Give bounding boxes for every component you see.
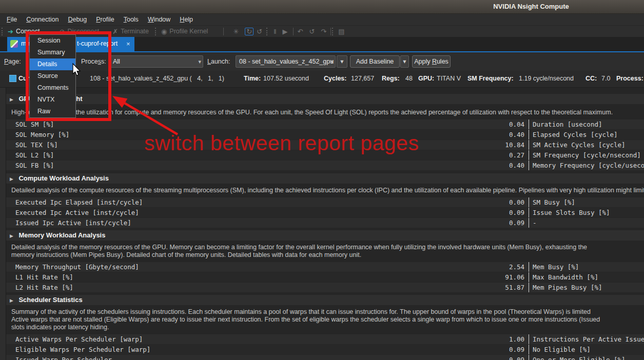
- profile-kernel-icon: ◉: [161, 28, 167, 35]
- metrics-table: SOL SM [%] 0.04 Duration [usecond] SOL M…: [6, 119, 644, 171]
- chevron-down-icon: ▾: [340, 58, 343, 65]
- menu-profile[interactable]: Profile: [91, 15, 119, 24]
- section-header-compute-workload[interactable]: ▶ Compute Workload Analysis: [6, 173, 644, 184]
- page-dropdown-menu: Session Summary Details Source Comments …: [29, 34, 76, 118]
- report-controls: Page: Process: All ▾ Launch: 08 - set_ha…: [0, 52, 644, 71]
- expand-triangle-icon: ▶: [10, 97, 13, 102]
- table-row: L1 Hit Rate [%] 91.06 Max Bandwidth [%]: [6, 272, 644, 282]
- section-description: Detailed analysis of the compute resourc…: [11, 187, 644, 194]
- add-baseline-dropdown-button[interactable]: ▾: [400, 55, 409, 68]
- chevron-down-icon: ▾: [403, 58, 406, 65]
- disconnect-icon: ⊘: [59, 28, 65, 35]
- menu-item-nvtx[interactable]: NVTX: [30, 94, 75, 106]
- toolbar-separator: [223, 28, 224, 35]
- launch-dropdown-button[interactable]: ▾: [337, 55, 347, 68]
- toolbar-separator: [330, 28, 331, 35]
- table-row: L2 Hit Rate [%] 51.87 Mem Pipes Busy [%]: [6, 283, 644, 292]
- pause-icon[interactable]: ‖: [274, 28, 276, 35]
- section-description: Summary of the activity of the scheduler…: [11, 308, 644, 316]
- regs-value: 48: [405, 75, 413, 82]
- terminate-button[interactable]: ✗ Terminate: [112, 28, 149, 35]
- regs-label: Regs:: [382, 75, 400, 82]
- metrics-table: Executed Ipc Elapsed [inst/cycle] 0.00 S…: [6, 197, 644, 228]
- section-header-gpu-speed-of-light[interactable]: ▶ GPU Speed Of Light: [6, 94, 644, 104]
- chevron-down-icon: ▾: [330, 56, 334, 67]
- table-row: SOL TEX [%] 10.84 SM Active Cycles [cycl…: [6, 140, 644, 150]
- table-row: SOL FB [%] 0.40 Memory Frequency [cycle/…: [6, 161, 644, 170]
- menu-help[interactable]: Help: [175, 15, 198, 24]
- table-row: Executed Ipc Elapsed [inst/cycle] 0.00 S…: [6, 197, 644, 207]
- current-kernel-checkbox[interactable]: [9, 75, 16, 82]
- step-icon[interactable]: ▶: [283, 28, 288, 35]
- kernel-name: 108 - set_halo_values_z_452_gpu ( 4, 1, …: [90, 75, 224, 82]
- launch-combo[interactable]: 08 - set_halo_values_z_452_gpu ▾: [236, 55, 336, 68]
- disconnect-button[interactable]: ⊘ Disconnect: [59, 28, 99, 35]
- window-title: NVIDIA Nsight Compute: [493, 3, 569, 10]
- drag-handle-icon[interactable]: [332, 28, 334, 35]
- step-back-icon[interactable]: ↶: [298, 28, 303, 35]
- menu-item-session[interactable]: Session: [30, 35, 75, 47]
- drag-handle-icon[interactable]: [2, 28, 4, 35]
- app-window: NVIDIA Nsight Compute File Connection De…: [0, 0, 644, 360]
- table-row: Active Warps Per Scheduler [warp] 1.00 I…: [6, 334, 644, 344]
- chevron-down-icon: ▾: [198, 56, 201, 67]
- sections-icon[interactable]: ▤: [338, 28, 344, 35]
- time-value: 107.52 usecond: [263, 75, 309, 82]
- metrics-table: Memory Throughput [Gbyte/second] 2.54 Me…: [6, 262, 644, 293]
- tab-label-right: t-cuprof-report: [77, 40, 118, 47]
- section-header-memory-workload[interactable]: ▶ Memory Workload Analysis: [6, 230, 644, 241]
- drag-handle-icon[interactable]: [155, 28, 157, 35]
- sm-frequency-label: SM Frequency:: [467, 75, 514, 82]
- profile-series-icon[interactable]: ↺: [257, 28, 262, 35]
- sm-frequency-value: 1.19 cycle/nsecond: [519, 75, 574, 82]
- process-combo[interactable]: All ▾: [109, 55, 203, 68]
- menu-bar: File Connection Debug Profile Tools Wind…: [0, 14, 644, 25]
- menu-item-source[interactable]: Source: [30, 70, 75, 82]
- section-description: slots indicates poor latency hiding.: [11, 324, 644, 331]
- apply-rules-button[interactable]: Apply Rules: [412, 55, 451, 68]
- left-gutter: [0, 88, 6, 360]
- close-icon[interactable]: ×: [126, 40, 130, 48]
- expand-triangle-icon: ▶: [10, 233, 13, 238]
- expand-triangle-icon: ▶: [10, 298, 13, 303]
- resume-icon[interactable]: ↺: [309, 28, 315, 35]
- menu-connection[interactable]: Connection: [22, 15, 63, 24]
- profile-kernel-button[interactable]: ◉ Profile Kernel: [161, 28, 208, 35]
- cc-label: CC:: [586, 75, 597, 82]
- add-baseline-button[interactable]: Add Baseline: [350, 55, 400, 68]
- section-description: High-level overview of the utilization f…: [11, 109, 644, 116]
- report-file-icon: [10, 40, 18, 48]
- menu-window[interactable]: Window: [143, 15, 175, 24]
- section-description: Detailed analysis of the memory resource…: [11, 244, 644, 251]
- menu-item-details[interactable]: Details: [30, 58, 75, 70]
- table-row: Issued Ipc Active [inst/cycle] 0.09 -: [6, 218, 644, 228]
- step-forward-icon[interactable]: ↷: [321, 28, 326, 35]
- freeze-api-icon[interactable]: ✳: [233, 28, 239, 35]
- table-row: SOL SM [%] 0.04 Duration [usecond]: [6, 119, 644, 129]
- table-row: Eligible Warps Per Scheduler [warp] 0.09…: [6, 345, 644, 354]
- section-header-scheduler-statistics[interactable]: ▶ Scheduler Statistics: [6, 295, 644, 305]
- menu-item-summary[interactable]: Summary: [30, 47, 75, 58]
- terminate-icon: ✗: [112, 28, 118, 35]
- toolbar: ➔ Connect ⊘ Disconnect ✗ Terminate ◉ Pro…: [0, 25, 644, 37]
- menu-file[interactable]: File: [2, 15, 22, 24]
- auto-profile-icon[interactable]: ↻: [245, 28, 253, 35]
- menu-item-raw[interactable]: Raw: [30, 106, 75, 117]
- menu-tools[interactable]: Tools: [119, 15, 143, 24]
- table-row: Memory Throughput [Gbyte/second] 2.54 Me…: [6, 262, 644, 272]
- gpu-label: GPU:: [418, 75, 434, 82]
- table-row: SOL Memory [%] 0.40 Elapsed Cycles [cycl…: [6, 130, 644, 139]
- cycles-value: 127,657: [351, 75, 374, 82]
- metrics-table: Active Warps Per Scheduler [warp] 1.00 I…: [6, 334, 644, 360]
- table-row: SOL L2 [%] 0.27 SM Frequency [cycle/nsec…: [6, 150, 644, 160]
- cc-value: 7.0: [601, 75, 610, 82]
- menu-debug[interactable]: Debug: [63, 15, 91, 24]
- section-description: memory instructions (Mem Pipes Busy). De…: [11, 251, 644, 259]
- gpu-value: TITAN V: [437, 75, 461, 82]
- menu-item-comments[interactable]: Comments: [30, 82, 75, 94]
- table-row: Executed Ipc Active [inst/cycle] 0.09 Is…: [6, 208, 644, 217]
- page-label: Page:: [4, 58, 21, 65]
- title-bar: NVIDIA Nsight Compute: [0, 0, 644, 14]
- drag-handle-icon[interactable]: [266, 28, 268, 35]
- connect-button[interactable]: ➔ Connect: [8, 28, 40, 35]
